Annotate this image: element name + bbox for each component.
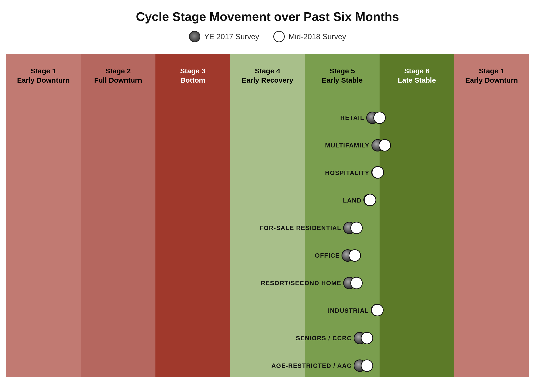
legend-item-mid2018: Mid-2018 Survey [273, 31, 346, 42]
chart-body: RETAIL MULTIFAMILY [6, 97, 529, 377]
stage4-label: Stage 4 Early Recovery [242, 66, 293, 85]
page-title: Cycle Stage Movement over Past Six Month… [136, 9, 399, 24]
stage5-label: Stage 5 Early Stable [322, 66, 363, 85]
body-col-stage6 [380, 97, 454, 377]
body-col-stage3 [155, 97, 230, 377]
page: Cycle Stage Movement over Past Six Month… [0, 0, 535, 392]
legend-mid2018-label: Mid-2018 Survey [289, 32, 346, 41]
stage1-right-label: Stage 1 Early Downturn [465, 66, 518, 85]
body-col-stage2 [81, 97, 155, 377]
legend-empty-circle [273, 31, 285, 42]
chart-container: Stage 1 Early Downturn Stage 2 Full Down… [6, 54, 529, 377]
columns-row [6, 97, 529, 377]
legend: YE 2017 Survey Mid-2018 Survey [189, 31, 346, 42]
stage-header-1-left: Stage 1 Early Downturn [6, 54, 81, 97]
legend-item-ye2017: YE 2017 Survey [189, 31, 259, 42]
stage-header-6: Stage 6 Late Stable [380, 54, 454, 97]
stage-header-1-right: Stage 1 Early Downturn [454, 54, 529, 97]
stages-header: Stage 1 Early Downturn Stage 2 Full Down… [6, 54, 529, 97]
stage-header-4: Stage 4 Early Recovery [230, 54, 305, 97]
stage-header-3: Stage 3 Bottom [155, 54, 230, 97]
body-col-stage1-left [6, 97, 81, 377]
legend-filled-circle [189, 31, 200, 42]
stage1-left-label: Stage 1 Early Downturn [17, 66, 70, 85]
stage-header-5: Stage 5 Early Stable [305, 54, 380, 97]
stage-header-2: Stage 2 Full Downturn [81, 54, 155, 97]
body-col-stage5 [305, 97, 380, 377]
body-col-stage4 [230, 97, 305, 377]
stage6-label: Stage 6 Late Stable [398, 66, 436, 85]
body-col-stage1-right [454, 97, 529, 377]
stage2-label: Stage 2 Full Downturn [94, 66, 142, 85]
legend-ye2017-label: YE 2017 Survey [204, 32, 259, 41]
stage3-label: Stage 3 Bottom [180, 66, 206, 85]
